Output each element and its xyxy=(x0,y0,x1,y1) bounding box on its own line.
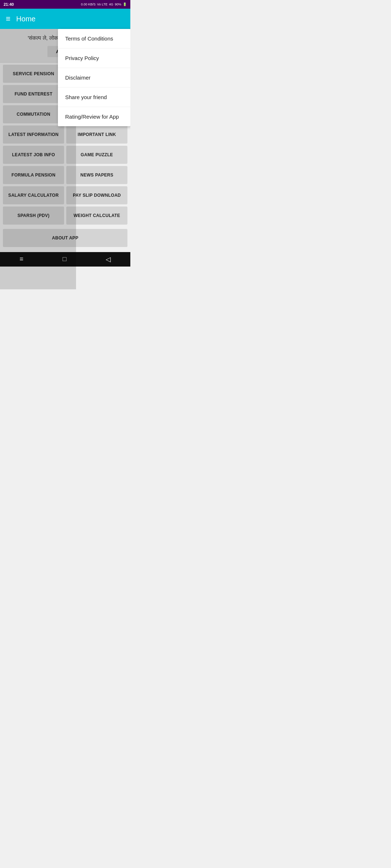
menu-icon[interactable]: ≡ xyxy=(6,14,10,24)
network-speed: 0.00 KB/S xyxy=(81,3,96,6)
app-bar: ≡ Home xyxy=(0,9,130,29)
status-time: 21:40 xyxy=(4,2,14,7)
battery-icon: 🔋 xyxy=(123,3,127,6)
status-bar: 21:40 0.00 KB/S Vo LTE 4G 90% 🔋 xyxy=(0,0,130,9)
dropdown-rating[interactable]: Rating/Review for App xyxy=(58,107,130,126)
nav-recent-icon[interactable]: ◁ xyxy=(106,255,111,263)
network-type: Vo LTE xyxy=(97,3,108,6)
signal-bars: 4G xyxy=(109,3,113,6)
app-title: Home xyxy=(16,15,35,23)
dropdown-menu: Terms of Conditions Privacy Policy Discl… xyxy=(58,29,130,126)
dropdown-terms[interactable]: Terms of Conditions xyxy=(58,29,130,48)
dropdown-privacy[interactable]: Privacy Policy xyxy=(58,48,130,68)
dropdown-share[interactable]: Share your friend xyxy=(58,88,130,107)
status-right: 0.00 KB/S Vo LTE 4G 90% 🔋 xyxy=(81,3,127,6)
battery-level: 90% xyxy=(115,3,121,6)
dropdown-disclaimer[interactable]: Disclaimer xyxy=(58,68,130,88)
